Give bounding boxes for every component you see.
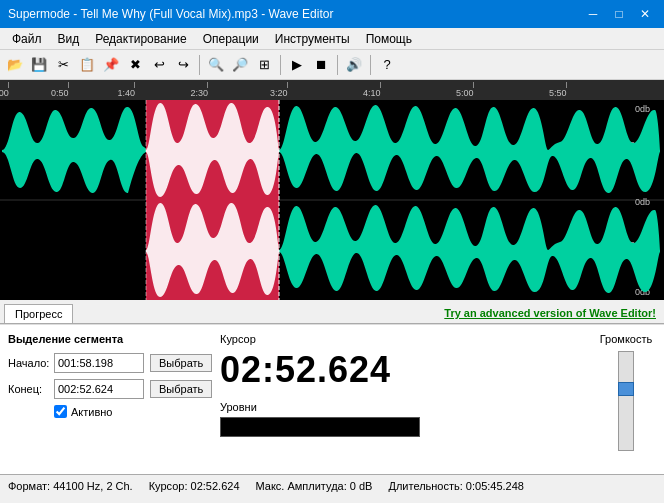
end-select-button[interactable]: Выбрать [150,380,212,398]
volume-icon[interactable]: 🔊 [343,54,365,76]
open-icon[interactable]: 📂 [4,54,26,76]
progress-tab[interactable]: Прогресс [4,304,73,323]
time-mark: 0:00 [0,82,18,98]
stop-icon[interactable]: ⏹ [310,54,332,76]
levels-label: Уровни [220,401,584,413]
menu-bar: ФайлВидРедактированиеОперацииИнструменты… [0,28,664,50]
segment-title: Выделение сегмента [8,333,208,345]
menu-item-операции[interactable]: Операции [195,30,267,48]
volume-section: Громкость [596,333,656,466]
volume-label: Громкость [600,333,652,345]
zoom-out-icon[interactable]: 🔎 [229,54,251,76]
play-icon[interactable]: ▶ [286,54,308,76]
time-mark: 2:30 [199,82,217,98]
time-label: 3:20 [270,88,288,98]
time-mark: 4:10 [372,82,390,98]
toolbar-separator [280,55,281,75]
cursor-section: Курсор 02:52.624 Уровни [220,333,584,466]
time-label: 1:40 [117,88,135,98]
status-amplitude: Макс. Амплитуда: 0 dB [256,480,373,492]
start-input[interactable] [54,353,144,373]
close-button[interactable]: ✕ [634,4,656,24]
progress-tabs: Прогресс Try an advanced version of Wave… [0,300,664,324]
time-ruler: 0:000:501:402:303:204:105:005:50 [0,80,664,100]
zoom-in-icon[interactable]: 🔍 [205,54,227,76]
volume-slider-thumb[interactable] [618,382,634,396]
zoom-fit-icon[interactable]: ⊞ [253,54,275,76]
time-label: 0:50 [51,88,69,98]
cursor-time: 02:52.624 [220,349,584,391]
help-icon[interactable]: ? [376,54,398,76]
menu-item-инструменты[interactable]: Инструменты [267,30,358,48]
menu-item-помощь[interactable]: Помощь [358,30,420,48]
menu-item-редактирование[interactable]: Редактирование [87,30,194,48]
advert-link[interactable]: Try an advanced version of Wave Editor! [444,307,660,323]
time-mark: 3:20 [279,82,297,98]
undo-icon[interactable]: ↩ [148,54,170,76]
time-mark: 5:00 [465,82,483,98]
delete-icon[interactable]: ✖ [124,54,146,76]
toolbar-separator [337,55,338,75]
segment-section: Выделение сегмента Начало: Выбрать Конец… [8,333,208,466]
end-row: Конец: Выбрать [8,379,208,399]
levels-bar [220,417,420,437]
paste-icon[interactable]: 📌 [100,54,122,76]
time-label: 5:50 [549,88,567,98]
maximize-button[interactable]: □ [608,4,630,24]
cursor-label: Курсор [220,333,584,345]
status-bar: Формат: 44100 Hz, 2 Ch. Курсор: 02:52.62… [0,474,664,496]
status-format: Формат: 44100 Hz, 2 Ch. [8,480,133,492]
toolbar-separator [370,55,371,75]
time-label: 4:10 [363,88,381,98]
waveform-area[interactable]: 0db -90db 0db -90db 0db [0,100,664,300]
toolbar: 📂💾✂📋📌✖↩↪🔍🔎⊞▶⏹🔊? [0,50,664,80]
time-mark: 0:50 [60,82,78,98]
time-mark: 1:40 [126,82,144,98]
copy-icon[interactable]: 📋 [76,54,98,76]
menu-item-файл[interactable]: Файл [4,30,50,48]
time-label: 0:00 [0,88,9,98]
bottom-panel: Выделение сегмента Начало: Выбрать Конец… [0,324,664,474]
end-input[interactable] [54,379,144,399]
window-title: Supermode - Tell Me Why (Full Vocal Mix)… [8,7,333,21]
time-label: 2:30 [190,88,208,98]
toolbar-separator [199,55,200,75]
redo-icon[interactable]: ↪ [172,54,194,76]
window-controls: ─ □ ✕ [582,4,656,24]
end-label: Конец: [8,383,48,395]
title-bar: Supermode - Tell Me Why (Full Vocal Mix)… [0,0,664,28]
svg-text:0db: 0db [635,104,650,114]
status-cursor: Курсор: 02:52.624 [149,480,240,492]
time-mark: 5:50 [558,82,576,98]
start-label: Начало: [8,357,48,369]
start-select-button[interactable]: Выбрать [150,354,212,372]
volume-slider-track[interactable] [618,351,634,451]
start-row: Начало: Выбрать [8,353,208,373]
cut-icon[interactable]: ✂ [52,54,74,76]
save-icon[interactable]: 💾 [28,54,50,76]
waveform-svg: 0db -90db 0db -90db 0db [0,100,664,300]
menu-item-вид[interactable]: Вид [50,30,88,48]
minimize-button[interactable]: ─ [582,4,604,24]
active-row: Активно [8,405,208,418]
time-label: 5:00 [456,88,474,98]
active-checkbox[interactable] [54,405,67,418]
active-label: Активно [71,406,113,418]
svg-text:0db: 0db [635,197,650,207]
status-duration: Длительность: 0:05:45.248 [388,480,524,492]
